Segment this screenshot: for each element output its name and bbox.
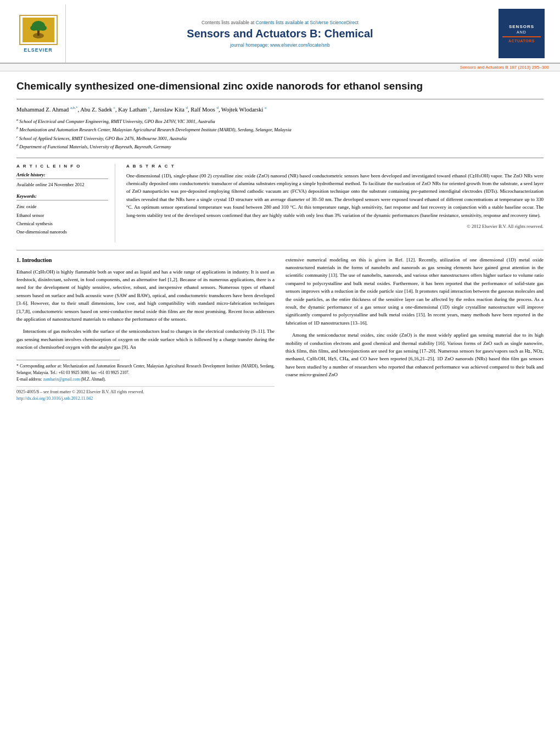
keyword-4: One-dimensional nanorods — [16, 228, 108, 236]
elsevier-logo-inner — [23, 18, 54, 42]
body-para-1: Ethanol (C₂H₅OH) is highly flammable bot… — [16, 268, 275, 323]
keyword-3: Chemical synthesis — [16, 220, 108, 228]
issn-line: 0925-4005/$ – see front matter © 2012 El… — [16, 389, 275, 396]
elsevier-logo: ELSEVIER — [11, 4, 66, 63]
keywords-divider — [16, 200, 108, 200]
keywords-list: Zinc oxide Ethanol sensor Chemical synth… — [16, 203, 108, 236]
history-divider — [16, 178, 108, 179]
body-para-2: Interactions of gas molecules with the s… — [16, 327, 275, 351]
affiliation-d: d Department of Functional Materials, Un… — [16, 143, 544, 150]
body-para-4: Among the semiconductor metal oxides, zi… — [285, 331, 544, 378]
available-online: Available online 24 November 2012 — [16, 181, 108, 188]
abstract-column: A B S T R A C T One-dimensional (1D), si… — [126, 164, 544, 242]
sensors-logo-box: SENSORS and ACTUATORS — [494, 4, 549, 63]
article-info-label: A R T I C L E I N F O — [16, 164, 108, 169]
body-column-left: 1. Introduction Ethanol (C₂H₅OH) is high… — [16, 256, 275, 403]
keywords-group: Keywords: Zinc oxide Ethanol sensor Chem… — [16, 193, 108, 236]
abstract-label: A B S T R A C T — [126, 164, 544, 169]
article-history-group: Article history: Available online 24 Nov… — [16, 172, 108, 188]
journal-header-center: Contents lists available at Contents lis… — [66, 4, 494, 63]
sensors-logo-text1: SENSORS — [509, 24, 534, 30]
elsevier-logo-box — [19, 15, 58, 45]
doi-section: 0925-4005/$ – see front matter © 2012 El… — [16, 386, 275, 403]
body-divider — [16, 250, 544, 250]
footnote-email-line: E-mail address: zamharin@gmail.com (M.Z.… — [16, 376, 275, 383]
affiliation-a: a School of Electrical and Computer Engi… — [16, 118, 544, 125]
journal-homepage: journal homepage: www.elsevier.com/locat… — [230, 42, 329, 48]
copyright-line: © 2012 Elsevier B.V. All rights reserved… — [126, 224, 544, 229]
footnote-email-name: (M.Z. Ahmad). — [81, 377, 105, 382]
body-section: 1. Introduction Ethanol (C₂H₅OH) is high… — [16, 256, 544, 403]
sensors-logo-bar — [502, 36, 541, 37]
sensors-logo-text3: ACTUATORS — [508, 39, 535, 43]
svg-point-4 — [39, 25, 47, 31]
authors: Muhammad Z. Ahmad a,b,*, Abu Z. Sadek c,… — [16, 105, 544, 114]
svg-point-3 — [30, 25, 38, 31]
body-para-3: extensive numerical modeling on this is … — [285, 256, 544, 327]
affiliation-c: c School of Applied Sciences, RMIT Unive… — [16, 135, 544, 142]
sensors-logo-inner: SENSORS and ACTUATORS — [499, 9, 545, 58]
footnote-area: * Corresponding author at: Mechanization… — [16, 363, 275, 383]
footnote-email-link[interactable]: zamharin@gmail.com — [43, 377, 80, 382]
section1-heading: 1. Introduction — [16, 256, 275, 265]
doi-link[interactable]: http://dx.doi.org/10.1016/j.snb.2012.11.… — [16, 395, 275, 403]
keyword-1: Zinc oxide — [16, 203, 108, 211]
contents-line: Contents lists available at Contents lis… — [201, 20, 359, 25]
article-info-abstract-section: A R T I C L E I N F O Article history: A… — [16, 158, 544, 242]
affiliation-b: b Mechanization and Automation Research … — [16, 126, 544, 133]
article-history-label: Article history: — [16, 172, 108, 177]
main-content: Chemically synthesized one-dimensional z… — [0, 71, 560, 411]
keyword-2: Ethanol sensor — [16, 211, 108, 220]
journal-title: Sensors and Actuators B: Chemical — [187, 27, 373, 40]
page-header: ELSEVIER Contents lists available at Con… — [0, 0, 560, 64]
article-info-column: A R T I C L E I N F O Article history: A… — [16, 164, 115, 242]
elsevier-text: ELSEVIER — [24, 47, 53, 53]
abstract-text: One-dimensional (1D), single-phase (00 2… — [126, 172, 544, 219]
article-title: Chemically synthesized one-dimensional z… — [16, 80, 544, 99]
affiliations: a School of Electrical and Computer Engi… — [16, 118, 544, 151]
body-column-right: extensive numerical modeling on this is … — [285, 256, 544, 403]
citation-bar: Sensors and Actuators B 187 (2013) 295–3… — [0, 64, 560, 71]
homepage-url[interactable]: www.elsevier.com/locate/snb — [270, 42, 330, 48]
sciverse-link[interactable]: Contents lists available at SciVerse Sci… — [256, 20, 359, 25]
footnote-star-text: * Corresponding author at: Mechanization… — [16, 363, 275, 376]
keywords-label: Keywords: — [16, 193, 108, 199]
sensors-logo-text2: and — [517, 30, 527, 35]
footnote-divider — [16, 360, 120, 360]
